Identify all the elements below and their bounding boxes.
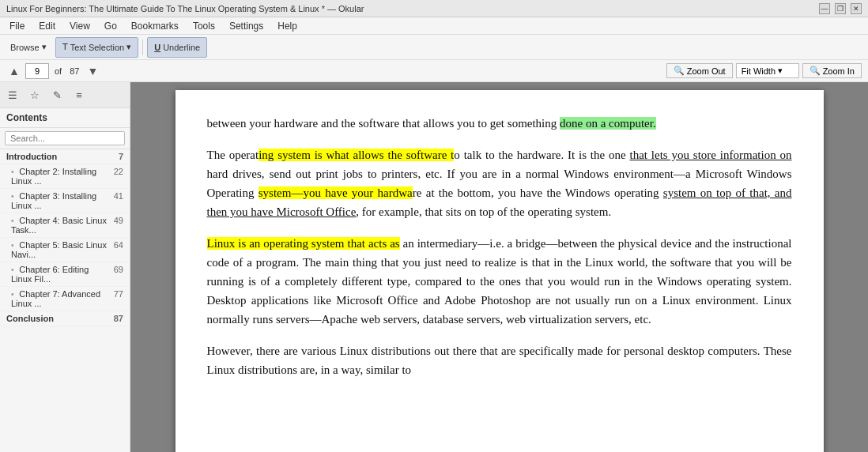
nav-up-button[interactable]: ▲ — [6, 63, 22, 79]
toolbar: Browse ▾ 𝖳 Text Selection ▾ U Underline — [0, 35, 868, 60]
minimize-button[interactable]: — — [819, 3, 830, 14]
toc-page-num: 87 — [114, 314, 123, 323]
toc-item[interactable]: • Chapter 5: Basic Linux Navi...64 — [0, 238, 130, 262]
paragraph-p3: Linux is an operating system that acts a… — [207, 234, 792, 329]
toc-item[interactable]: Introduction7 — [0, 149, 130, 164]
menubar: File Edit View Go Bookmarks Tools Settin… — [0, 17, 868, 35]
toc-list: Introduction7• Chapter 2: Installing Lin… — [0, 149, 130, 452]
titlebar-controls: — ❐ ✕ — [819, 3, 862, 14]
zoom-section: 🔍 Zoom Out Fit Width ▾ 🔍 Zoom In — [666, 63, 862, 78]
nav-toolbar: ▲ of 87 ▼ 🔍 Zoom Out Fit Width ▾ 🔍 Zoom … — [0, 60, 868, 82]
zoom-in-icon: 🔍 — [810, 66, 821, 76]
toc-page-num: 41 — [114, 191, 123, 210]
text-segment: system—you have your hardwa — [259, 186, 413, 199]
toc-page-num: 69 — [114, 265, 123, 284]
text-selection-dropdown-arrow: ▾ — [126, 42, 131, 52]
sidebar-toggle-icon[interactable]: ☰ — [3, 85, 22, 104]
sidebar-annotation-icon[interactable]: ✎ — [47, 85, 66, 104]
zoom-fit-arrow: ▾ — [778, 66, 783, 76]
text-segment: between your hardware and the software t… — [207, 117, 557, 130]
menu-help[interactable]: Help — [271, 19, 304, 33]
browse-dropdown-arrow: ▾ — [42, 42, 47, 52]
menu-tools[interactable]: Tools — [187, 19, 221, 33]
text-selection-label: Text Selection — [70, 43, 124, 52]
zoom-fit-label: Fit Width — [742, 66, 776, 76]
toc-page-num: 77 — [114, 289, 123, 308]
menu-file[interactable]: File — [3, 19, 31, 33]
sidebar-icon-bar: ☰ ☆ ✎ ≡ — [0, 82, 130, 108]
menu-view[interactable]: View — [63, 19, 96, 33]
text-segment: o talk to the hardware. It is the one — [454, 149, 629, 161]
sidebar-toc-icon[interactable]: ≡ — [70, 85, 89, 104]
nav-down-button[interactable]: ▼ — [85, 63, 100, 79]
underline-label: Underline — [163, 43, 200, 52]
text-segment: re at the bottom, you have the Windows o… — [413, 186, 663, 199]
toc-item-label: Introduction — [6, 152, 57, 161]
sidebar-bookmark-icon[interactable]: ☆ — [25, 85, 44, 104]
paragraph-p2: The operating system is what allows the … — [207, 145, 792, 221]
underline-button[interactable]: U Underline — [147, 37, 207, 58]
toc-item[interactable]: • Chapter 7: Advanced Linux ...77 — [0, 287, 130, 311]
sidebar-search-container — [0, 128, 130, 149]
page-of-label: of — [55, 66, 62, 76]
toc-item[interactable]: • Chapter 3: Installing Linux ...41 — [0, 189, 130, 213]
menu-go[interactable]: Go — [98, 19, 123, 33]
page-number-input[interactable] — [25, 63, 49, 79]
text-segment: an intermediary—i.e. a bridge—between th… — [207, 237, 792, 326]
zoom-out-button[interactable]: 🔍 Zoom Out — [666, 63, 733, 78]
toc-page-num: 49 — [114, 216, 123, 235]
text-segment: that lets you store information on — [630, 149, 792, 161]
toc-item-label: • Chapter 2: Installing Linux ... — [11, 167, 111, 186]
toc-item[interactable]: Conclusion87 — [0, 311, 130, 326]
zoom-fit-dropdown[interactable]: Fit Width ▾ — [736, 63, 799, 78]
toolbar-separator-1 — [142, 40, 143, 55]
toc-dot-icon: • — [11, 192, 16, 201]
toc-item-label: Conclusion — [6, 314, 54, 323]
toc-item-label: • Chapter 7: Advanced Linux ... — [11, 289, 111, 308]
toc-page-num: 22 — [114, 167, 123, 186]
underline-icon: U — [154, 43, 160, 52]
toc-item[interactable]: • Chapter 6: Editing Linux Fil...69 — [0, 262, 130, 287]
zoom-in-button[interactable]: 🔍 Zoom In — [802, 63, 862, 78]
toc-dot-icon: • — [11, 241, 16, 250]
browse-label: Browse — [10, 43, 40, 52]
toc-item-label: • Chapter 6: Editing Linux Fil... — [11, 265, 111, 284]
page-total-label: 87 — [70, 66, 79, 76]
menu-settings[interactable]: Settings — [223, 19, 270, 33]
browse-button[interactable]: Browse ▾ — [3, 37, 54, 58]
close-button[interactable]: ✕ — [851, 3, 862, 14]
text-segment: Linux is an operating system that acts a… — [207, 237, 400, 250]
menu-edit[interactable]: Edit — [32, 19, 62, 33]
toc-item-label: • Chapter 5: Basic Linux Navi... — [11, 240, 111, 259]
page: between your hardware and the software t… — [175, 90, 824, 452]
main-layout: ☰ ☆ ✎ ≡ Contents Introduction7• Chapter … — [0, 82, 868, 452]
sidebar-title: Contents — [0, 108, 130, 128]
zoom-in-label: Zoom In — [823, 66, 855, 76]
toc-item[interactable]: • Chapter 2: Installing Linux ...22 — [0, 164, 130, 189]
text-selection-button[interactable]: 𝖳 Text Selection ▾ — [55, 37, 138, 58]
toc-dot-icon: • — [11, 168, 16, 176]
text-segment: The operat — [207, 149, 259, 161]
text-selection-icon: 𝖳 — [62, 42, 68, 52]
sidebar: ☰ ☆ ✎ ≡ Contents Introduction7• Chapter … — [0, 82, 130, 452]
toc-page-num: 64 — [114, 240, 123, 259]
toc-item[interactable]: • Chapter 4: Basic Linux Task...49 — [0, 213, 130, 238]
zoom-out-icon: 🔍 — [674, 66, 685, 76]
titlebar-title: Linux For Beginners: The Ultimate Guide … — [6, 4, 364, 13]
toc-item-label: • Chapter 4: Basic Linux Task... — [11, 216, 111, 235]
text-segment: , for example, that sits on top of the o… — [356, 205, 611, 218]
text-segment: However, there are various Linux distrib… — [207, 345, 792, 376]
maximize-button[interactable]: ❐ — [835, 3, 846, 14]
menu-bookmarks[interactable]: Bookmarks — [125, 19, 185, 33]
toc-dot-icon: • — [11, 290, 16, 299]
sidebar-search-input[interactable] — [5, 131, 125, 145]
zoom-out-label: Zoom Out — [687, 66, 726, 76]
paragraph-p4: However, there are various Linux distrib… — [207, 341, 792, 379]
text-segment: ing system is what allows the software t — [259, 149, 454, 161]
toc-item-label: • Chapter 3: Installing Linux ... — [11, 191, 111, 210]
paragraph-p1: between your hardware and the software t… — [207, 114, 792, 133]
titlebar: Linux For Beginners: The Ultimate Guide … — [0, 0, 868, 17]
text-segment: done on a computer. — [560, 117, 656, 130]
content-area[interactable]: between your hardware and the software t… — [130, 82, 868, 452]
toc-page-num: 7 — [119, 152, 123, 161]
